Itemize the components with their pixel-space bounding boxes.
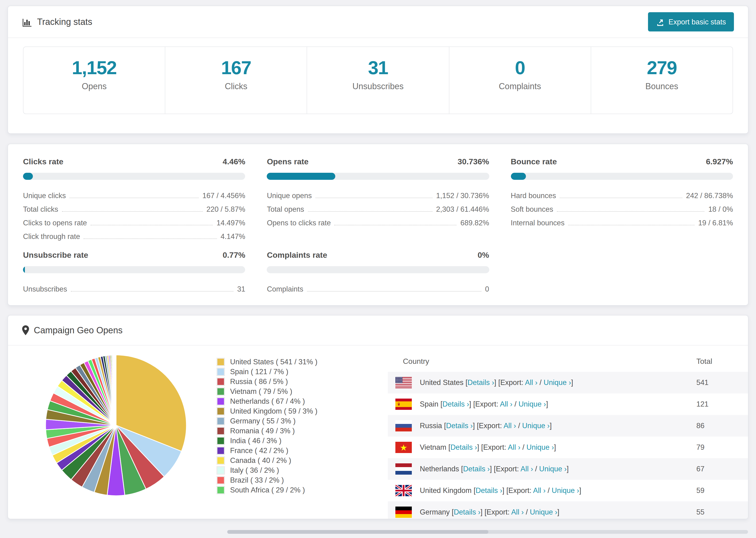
stat-label: Clicks	[165, 82, 307, 91]
legend-swatch	[217, 437, 224, 444]
geo-table: Country Total United States [Details ›] …	[388, 346, 748, 519]
legend-item-italy[interactable]: Italy ( 36 / 2% )	[217, 465, 317, 475]
rate-row-label: Total opens	[267, 205, 304, 215]
export-unique-link[interactable]: Unique ›	[530, 508, 557, 516]
legend-item-netherlands[interactable]: Netherlands ( 67 / 4% )	[217, 396, 317, 406]
rate-rows: Unsubscribes31	[23, 281, 245, 295]
export-unique-link[interactable]: Unique ›	[552, 486, 579, 494]
legend-item-vietnam[interactable]: Vietnam ( 79 / 5% )	[217, 386, 317, 396]
details-link[interactable]: Details ›	[443, 400, 469, 408]
legend-item-romania[interactable]: Romania ( 49 / 3% )	[217, 426, 317, 436]
dotted-leader	[70, 198, 199, 198]
legend-item-south-africa[interactable]: South Africa ( 29 / 2% )	[217, 485, 317, 495]
bracket-text: ] [Export:	[477, 443, 508, 451]
total-cell: 67	[696, 465, 748, 473]
legend-item-canada[interactable]: Canada ( 40 / 2% )	[217, 456, 317, 465]
country-cell: United Kingdom [Details ›] [Export: All …	[412, 486, 696, 495]
stat-cell-bounces: 279Bounces	[591, 47, 732, 114]
export-all-link[interactable]: All ›	[511, 508, 523, 516]
rate-row-value: 220 / 5.87%	[206, 205, 245, 215]
stat-value: 0	[449, 58, 590, 77]
export-all-link[interactable]: All ›	[508, 443, 520, 451]
horizontal-scrollbar-track[interactable]	[227, 530, 748, 534]
legend-label: Italy ( 36 / 2% )	[230, 466, 279, 474]
details-link[interactable]: Details ›	[463, 465, 490, 473]
legend-item-united-states[interactable]: United States ( 541 / 31% )	[217, 357, 317, 367]
legend-label: Brazil ( 33 / 2% )	[230, 476, 284, 484]
flag-icon-vn	[395, 442, 412, 453]
export-unique-link[interactable]: Unique ›	[518, 400, 546, 408]
export-all-link[interactable]: All ›	[533, 486, 546, 494]
export-basic-stats-button[interactable]: Export basic stats	[648, 12, 734, 31]
rate-row-value: 2,303 / 61.446%	[436, 205, 489, 215]
details-link[interactable]: Details ›	[476, 486, 503, 494]
bracket-text: ]	[579, 486, 581, 494]
bracket-text: ]	[567, 465, 569, 473]
flag-icon-es	[395, 399, 412, 410]
rate-row-total-opens: Total opens2,303 / 61.446%	[267, 201, 489, 215]
tracking-stats-header: Tracking stats Export basic stats	[8, 6, 748, 38]
legend-item-united-kingdom[interactable]: United Kingdom ( 59 / 3% )	[217, 406, 317, 416]
stat-value: 167	[165, 58, 307, 77]
export-all-link[interactable]: All ›	[504, 422, 516, 430]
rate-row-unique-clicks: Unique clicks167 / 4.456%	[23, 188, 245, 201]
rate-row-label: Soft bounces	[511, 205, 553, 215]
export-all-link[interactable]: All ›	[525, 378, 537, 386]
flag-icon-us	[395, 377, 412, 388]
separator-text: /	[537, 378, 544, 386]
legend-item-india[interactable]: India ( 46 / 3% )	[217, 436, 317, 446]
rate-row-label: Hard bounces	[511, 191, 556, 201]
legend-label: Canada ( 40 / 2% )	[230, 456, 291, 464]
details-link[interactable]: Details ›	[467, 378, 494, 386]
stat-value: 279	[591, 58, 732, 77]
rate-block-unsubscribe-rate: Unsubscribe rate0.77%Unsubscribes31	[23, 251, 245, 295]
export-all-link[interactable]: All ›	[520, 465, 533, 473]
legend-swatch	[217, 388, 224, 395]
export-unique-link[interactable]: Unique ›	[539, 465, 567, 473]
rate-row-value: 167 / 4.456%	[202, 191, 245, 201]
bracket-text: ] [Export:	[494, 378, 525, 386]
flag-icon-ru	[395, 420, 412, 431]
separator-text: /	[546, 486, 552, 494]
legend-swatch	[217, 398, 224, 404]
legend-item-russia[interactable]: Russia ( 86 / 5% )	[217, 377, 317, 386]
rate-row-click-through-rate: Click through rate4.147%	[23, 229, 245, 242]
rate-row-value: 689.82%	[460, 219, 489, 229]
details-link[interactable]: Details ›	[450, 443, 477, 451]
dotted-leader	[557, 211, 705, 212]
details-link[interactable]: Details ›	[446, 422, 473, 430]
table-row-united-states: United States [Details ›] [Export: All ›…	[388, 372, 748, 394]
legend-swatch	[217, 418, 224, 424]
bracket-text: ] [Export:	[503, 486, 533, 494]
horizontal-scrollbar-thumb[interactable]	[227, 530, 488, 534]
legend-label: Netherlands ( 67 / 4% )	[230, 397, 305, 405]
stat-cell-clicks: 167Clicks	[165, 47, 307, 114]
legend-label: Vietnam ( 79 / 5% )	[230, 387, 292, 396]
country-name: United States [	[420, 378, 467, 386]
export-unique-link[interactable]: Unique ›	[526, 443, 554, 451]
export-unique-link[interactable]: Unique ›	[522, 422, 550, 430]
separator-text: /	[513, 400, 519, 408]
legend-swatch	[217, 467, 224, 473]
export-icon	[656, 18, 664, 26]
legend-swatch	[217, 368, 224, 375]
export-all-link[interactable]: All ›	[500, 400, 512, 408]
legend-item-spain[interactable]: Spain ( 121 / 7% )	[217, 367, 317, 377]
legend-label: Russia ( 86 / 5% )	[230, 377, 288, 386]
rate-row-soft-bounces: Soft bounces18 / 0%	[511, 201, 733, 215]
table-row-united-kingdom: United Kingdom [Details ›] [Export: All …	[388, 480, 748, 501]
geo-title-row: Campaign Geo Opens	[22, 325, 123, 336]
export-unique-link[interactable]: Unique ›	[544, 378, 571, 386]
bracket-text: ]	[557, 508, 560, 516]
total-cell: 59	[696, 486, 748, 495]
rate-row-label: Opens to clicks rate	[267, 219, 331, 229]
legend-item-france[interactable]: France ( 42 / 2% )	[217, 446, 317, 456]
stat-cell-complaints: 0Complaints	[449, 47, 591, 114]
legend-item-brazil[interactable]: Brazil ( 33 / 2% )	[217, 475, 317, 485]
legend-item-germany[interactable]: Germany ( 55 / 3% )	[217, 416, 317, 426]
rate-progress-bar	[267, 173, 489, 180]
bracket-text: ] [Export:	[490, 465, 520, 473]
details-link[interactable]: Details ›	[454, 508, 481, 516]
bracket-text: ] [Export:	[469, 400, 500, 408]
rate-progress-fill	[511, 173, 526, 180]
